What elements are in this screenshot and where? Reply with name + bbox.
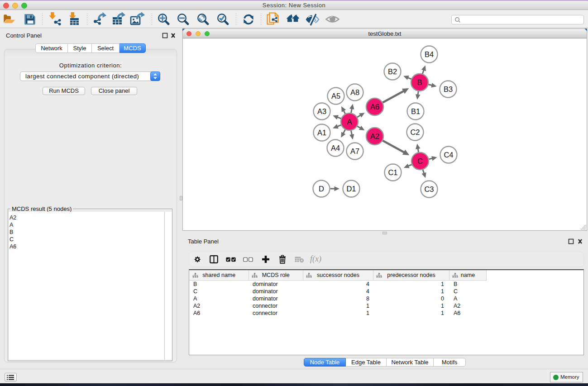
- svg-text:A: A: [347, 118, 352, 126]
- svg-text:B4: B4: [425, 50, 434, 58]
- svg-text:B1: B1: [411, 107, 420, 115]
- svg-text:B: B: [417, 78, 422, 86]
- svg-text:D1: D1: [346, 185, 356, 193]
- svg-text:D: D: [319, 185, 324, 193]
- svg-text:C1: C1: [388, 168, 397, 176]
- svg-text:A5: A5: [331, 92, 340, 100]
- svg-text:C2: C2: [410, 128, 420, 136]
- svg-text:A1: A1: [317, 129, 326, 137]
- svg-text:B2: B2: [388, 67, 397, 76]
- svg-text:C4: C4: [444, 151, 453, 159]
- svg-text:A4: A4: [331, 144, 340, 152]
- svg-text:A2: A2: [370, 132, 379, 140]
- svg-text:A6: A6: [370, 103, 379, 111]
- svg-text:C3: C3: [424, 185, 434, 193]
- svg-text:C: C: [417, 157, 423, 165]
- svg-text:B3: B3: [444, 85, 453, 93]
- svg-text:A8: A8: [350, 88, 359, 96]
- svg-text:A3: A3: [317, 107, 326, 115]
- svg-text:A7: A7: [350, 147, 359, 155]
